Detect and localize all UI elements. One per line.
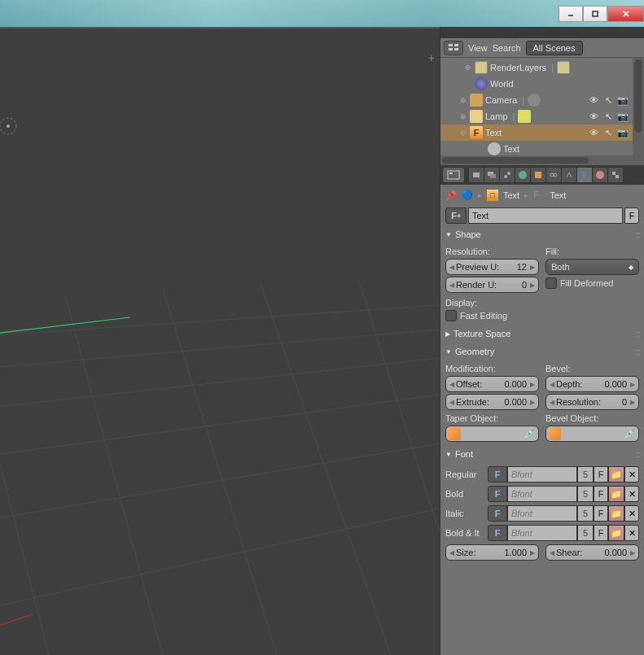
font-users[interactable]: 5 — [577, 486, 594, 502]
font-name-field[interactable]: Bfont — [507, 525, 577, 541]
font-open-button[interactable]: 📁 — [608, 486, 624, 502]
properties-editor-type[interactable] — [442, 167, 465, 183]
panel-shape-header[interactable]: ▼ Shape :::: — [440, 225, 644, 243]
panel-grip-icon[interactable]: :::: — [636, 347, 639, 356]
font-unlink-button[interactable]: ✕ — [624, 466, 639, 483]
panel-grip-icon[interactable]: :::: — [636, 229, 639, 239]
fill-deformed-label: Fill Deformed — [560, 278, 613, 288]
panel-grip-icon[interactable]: :::: — [636, 329, 639, 338]
outliner-item-world[interactable]: World — [440, 76, 644, 92]
text-data-icon — [488, 142, 501, 155]
panel-title: Font — [455, 449, 473, 459]
render-icon[interactable]: 📷 — [616, 94, 629, 107]
font-fake-user[interactable]: F — [594, 486, 608, 502]
tab-object-data[interactable]: F — [576, 167, 593, 183]
preview-u-field[interactable]: ◀Preview U:12▶ — [445, 259, 539, 275]
breadcrumb-object[interactable]: Text — [503, 190, 519, 200]
panel-texture-space-header[interactable]: ▶ Texture Space :::: — [440, 325, 644, 343]
font-users[interactable]: 5 — [577, 505, 594, 522]
datablock-icon[interactable]: F◆ — [445, 207, 467, 224]
3d-viewport[interactable]: + — [0, 27, 440, 655]
eye-icon[interactable]: 👁 — [587, 126, 600, 139]
pin-icon[interactable]: 📌 — [445, 190, 457, 201]
font-unlink-button[interactable]: ✕ — [624, 505, 639, 522]
tab-scene[interactable] — [499, 167, 515, 183]
font-name-field[interactable]: Bfont — [507, 466, 577, 483]
eyedropper-icon[interactable]: 💉 — [524, 429, 537, 439]
font-fake-user[interactable]: F — [594, 466, 608, 483]
breadcrumb-data[interactable]: Text — [550, 190, 566, 200]
display-label: Display: — [445, 298, 639, 308]
scene-icon: 🔵 — [462, 190, 473, 201]
font-open-button[interactable]: 📁 — [608, 466, 624, 483]
taper-object-picker[interactable]: 💉 — [445, 426, 539, 442]
font-browse-button[interactable]: F — [488, 525, 507, 541]
fill-mode-dropdown[interactable]: Both◆ — [545, 259, 639, 275]
font-shear-field[interactable]: ◀Shear:0.000▶ — [545, 544, 639, 561]
eye-icon[interactable]: 👁 — [587, 94, 600, 107]
font-name-field[interactable]: Bfont — [507, 486, 577, 502]
maximize-button[interactable] — [583, 6, 607, 22]
tab-material[interactable] — [592, 167, 608, 183]
font-browse-button[interactable]: F — [488, 505, 507, 522]
eye-icon[interactable]: 👁 — [587, 110, 600, 123]
bevel-object-picker[interactable]: 💉 — [545, 426, 639, 442]
tab-render[interactable] — [468, 167, 484, 183]
outliner-editor-type[interactable] — [444, 41, 463, 55]
eyedropper-icon[interactable]: 💉 — [624, 429, 637, 439]
tab-render-layers[interactable] — [484, 167, 500, 183]
font-open-button[interactable]: 📁 — [608, 525, 624, 541]
outliner-vscroll[interactable] — [633, 58, 644, 165]
tab-modifiers[interactable] — [561, 167, 577, 183]
panel-font-header[interactable]: ▼ Font :::: — [440, 445, 644, 463]
extrude-field[interactable]: ◀Extrude:0.000▶ — [445, 394, 539, 410]
font-unlink-button[interactable]: ✕ — [624, 525, 639, 541]
svg-line-12 — [0, 305, 49, 655]
close-button[interactable] — [607, 6, 644, 22]
svg-text:F: F — [582, 170, 588, 180]
fill-deformed-checkbox[interactable] — [545, 277, 557, 289]
outliner-item-lamp[interactable]: ⊕ Lamp | 👁 ↖ 📷 — [440, 108, 644, 124]
offset-field[interactable]: ◀Offset:0.000▶ — [445, 376, 539, 392]
modification-label: Modification: — [445, 364, 539, 373]
outliner-item-text-data[interactable]: Text — [440, 141, 644, 157]
font-fake-user[interactable]: F — [594, 505, 608, 522]
font-open-button[interactable]: 📁 — [608, 505, 624, 522]
cursor-icon[interactable]: ↖ — [602, 94, 615, 107]
font-fake-user[interactable]: F — [594, 525, 608, 541]
outliner-hscroll[interactable] — [440, 155, 633, 165]
fast-editing-checkbox[interactable] — [445, 310, 457, 321]
render-icon[interactable]: 📷 — [616, 110, 629, 123]
tab-object[interactable] — [530, 167, 546, 183]
font-unlink-button[interactable]: ✕ — [624, 486, 639, 502]
font-browse-button[interactable]: F — [488, 486, 507, 502]
panel-geometry-header[interactable]: ▼ Geometry :::: — [440, 343, 644, 360]
outliner-display-mode[interactable]: All Scenes — [526, 41, 583, 55]
outliner-item-renderlayers[interactable]: ⊕ RenderLayers | — [440, 59, 644, 76]
font-users[interactable]: 5 — [577, 525, 594, 541]
outliner-tree[interactable]: ⊕ RenderLayers | World ⊕ Camera | — [440, 58, 644, 165]
minimize-button[interactable] — [559, 6, 583, 22]
cube-icon — [448, 427, 461, 440]
outliner-item-camera[interactable]: ⊕ Camera | 👁 ↖ 📷 — [440, 92, 644, 108]
text-name-input[interactable] — [468, 207, 623, 224]
render-u-field[interactable]: ◀Render U:0▶ — [445, 277, 539, 293]
font-name-field[interactable]: Bfont — [507, 505, 577, 522]
cursor-icon[interactable]: ↖ — [602, 110, 615, 123]
font-users[interactable]: 5 — [577, 466, 594, 483]
render-icon[interactable]: 📷 — [616, 126, 629, 139]
outliner-view-menu[interactable]: View — [468, 43, 488, 53]
tab-texture[interactable] — [607, 167, 624, 183]
outliner-item-text[interactable]: ⊖ F Text 👁 ↖ 📷 — [440, 124, 644, 141]
font-browse-button[interactable]: F — [488, 466, 507, 483]
tab-constraints[interactable] — [545, 167, 562, 183]
cursor-icon[interactable]: ↖ — [602, 126, 615, 139]
outliner-search-menu[interactable]: Search — [493, 43, 521, 53]
font-size-field[interactable]: ◀Size:1.000▶ — [445, 544, 539, 561]
panel-grip-icon[interactable]: :::: — [636, 449, 639, 459]
fake-user-button[interactable]: F — [624, 207, 639, 224]
bevel-depth-field[interactable]: ◀Depth:0.000▶ — [545, 376, 639, 392]
viewport-expand-icon[interactable]: + — [428, 51, 435, 64]
bevel-resolution-field[interactable]: ◀Resolution:0▶ — [545, 394, 639, 410]
tab-world[interactable] — [515, 167, 531, 183]
